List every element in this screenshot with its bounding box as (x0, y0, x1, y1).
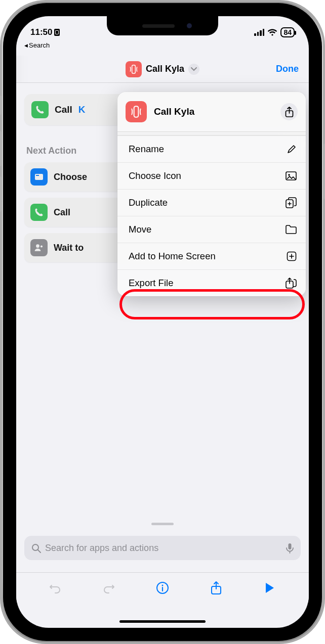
menu-item-label: Duplicate (129, 197, 168, 208)
share-button[interactable] (280, 103, 298, 120)
shortcut-icon (126, 101, 147, 122)
device-notch (107, 16, 218, 35)
menu-header: Call Kyla (117, 92, 306, 131)
share-button[interactable] (205, 577, 227, 599)
battery-icon: 84 (280, 27, 295, 37)
list-icon (30, 168, 48, 186)
svg-rect-13 (289, 543, 292, 549)
mic-icon[interactable] (286, 543, 294, 554)
search-placeholder: Search for apps and actions (45, 543, 158, 554)
chevron-down-icon (188, 64, 199, 75)
menu-item-choose-icon[interactable]: Choose Icon (117, 162, 306, 189)
suggestion-label: Wait to (54, 243, 84, 253)
svg-point-4 (40, 245, 43, 247)
menu-item-label: Add to Home Screen (129, 251, 216, 262)
shortcut-context-menu: Call Kyla Rename Choose Icon Duplicate M… (117, 92, 306, 296)
shortcut-title-button[interactable]: Call Kyla (126, 61, 199, 77)
suggestion-label: Choose (54, 172, 87, 182)
menu-item-duplicate[interactable]: Duplicate (117, 189, 306, 216)
image-icon (286, 171, 297, 180)
menu-title: Call Kyla (154, 106, 280, 117)
svg-point-12 (32, 544, 38, 550)
pencil-icon (287, 144, 297, 154)
svg-rect-0 (132, 65, 136, 73)
editor-toolbar (16, 572, 309, 603)
redo-button[interactable] (98, 577, 120, 599)
sim-icon (54, 29, 60, 36)
svg-rect-1 (35, 174, 43, 180)
sheet-grabber[interactable] (151, 523, 174, 525)
person-icon (30, 239, 48, 256)
suggestion-label: Call (54, 207, 70, 218)
menu-item-rename[interactable]: Rename (117, 135, 306, 162)
shortcuts-editor-screen: 11:50 84 Search Call Kyla Done (16, 16, 309, 628)
svg-rect-5 (134, 106, 139, 117)
menu-item-label: Rename (129, 144, 164, 155)
svg-rect-2 (36, 175, 39, 176)
home-indicator[interactable] (119, 620, 206, 623)
svg-point-15 (162, 584, 164, 586)
shortcut-icon (126, 61, 142, 77)
nav-bar: Call Kyla Done (16, 56, 309, 83)
menu-item-label: Move (129, 224, 151, 235)
phone-icon (30, 204, 48, 221)
add-home-icon (287, 251, 297, 261)
action-param: K (78, 104, 86, 115)
run-button[interactable] (259, 577, 281, 599)
action-search-field[interactable]: Search for apps and actions (24, 536, 301, 560)
back-to-search[interactable]: Search (24, 41, 50, 49)
menu-item-move[interactable]: Move (117, 216, 306, 243)
duplicate-icon (286, 197, 297, 208)
phone-icon (31, 101, 49, 118)
folder-icon (286, 225, 297, 234)
undo-button[interactable] (44, 577, 66, 599)
done-button[interactable]: Done (276, 64, 299, 74)
status-time: 11:50 (30, 27, 52, 37)
action-verb: Call (55, 104, 72, 115)
cellular-icon (254, 29, 264, 36)
menu-item-label: Export File (129, 278, 173, 289)
menu-item-export-file[interactable]: Export File (117, 269, 306, 296)
search-icon (31, 543, 41, 553)
menu-item-add-to-home-screen[interactable]: Add to Home Screen (117, 243, 306, 269)
menu-item-label: Choose Icon (129, 170, 181, 181)
export-icon (286, 278, 297, 289)
svg-point-8 (288, 174, 290, 176)
info-button[interactable] (151, 577, 174, 599)
svg-point-3 (36, 244, 39, 248)
wifi-icon (267, 29, 277, 36)
shortcut-name: Call Kyla (146, 64, 184, 74)
